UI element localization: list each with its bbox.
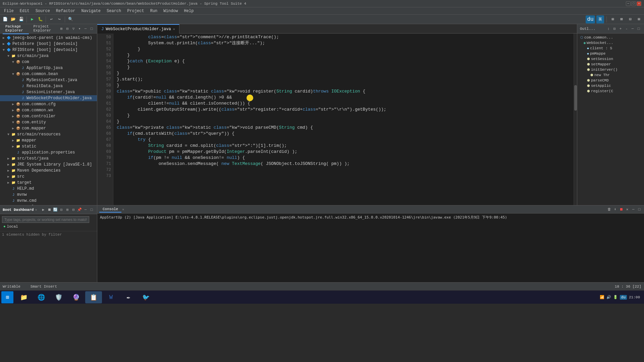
save-button[interactable]: 💾 [17,16,25,23]
code-content[interactable]: class=class="str">"comment">//e.printSta… [113,34,577,205]
outline-item[interactable]: ⬢ setMapper [577,62,644,67]
tree-item[interactable]: ▶ 📦 com.mapper [0,125,97,131]
boot-pin-icon[interactable]: 📌 [77,207,82,213]
close-button[interactable]: ✕ [637,1,641,6]
taskbar-shield[interactable]: 🛡️ [50,291,67,303]
tree-item[interactable]: J mvnw [0,192,97,198]
outline-maximize-icon[interactable]: □ [636,26,641,32]
outline-item[interactable]: ◆ client : S [577,46,644,51]
run-button[interactable]: ▶ [29,16,36,23]
boot-icon2[interactable]: ⏹ [47,207,52,213]
menu-source[interactable]: Source [33,8,53,14]
tree-item[interactable]: ▶ 📦 com.common.wx [0,107,97,113]
console-stop-icon[interactable]: ⏹ [619,207,624,212]
boot-icon6[interactable]: ⊟ [71,207,76,213]
tree-item[interactable]: ▼ 📁 src/main/java [0,53,97,59]
taskbar-app3[interactable]: ✒️ [120,291,137,303]
tree-item[interactable]: ▶ 📁 src/test/java [0,156,97,162]
ime-indicator[interactable]: du [620,295,627,300]
tree-item[interactable]: ▶ 📁 static [0,143,97,149]
tree-item[interactable]: ▶ 📁 mapper [0,137,97,143]
console-terminate-icon[interactable]: ✕ [625,207,630,212]
code-editor[interactable]: 5051525354555657585960616263646566676869… [97,34,577,205]
tree-item[interactable]: J application.properties [0,149,97,156]
editor-tab-websocket[interactable]: J WebSocketProductHolder.java ✕ [97,24,179,34]
outline-item[interactable]: ⬢ parseCMD [577,78,644,83]
tree-item[interactable]: ▼ 🔷 RFIDStore [boot] [devtools] [0,47,97,53]
icon-btn3[interactable]: ⊟ [627,16,634,23]
taskbar-file-explorer[interactable]: 📁 [15,291,32,303]
collapse-all-icon[interactable]: ⊞ [59,26,64,32]
tree-item[interactable]: ▶ 🔷 jeecg-boot-parent (in waimai-cms) [0,35,97,41]
console-clear-icon[interactable]: 🗑 [606,207,612,212]
taskbar-word[interactable]: W [103,291,119,303]
tree-item[interactable]: ▼ 📁 src/main/resources [0,131,97,137]
boot-icon3[interactable]: 🔄 [53,207,58,213]
boot-maximize-icon[interactable]: □ [89,207,94,213]
outline-item[interactable]: ◆ pmMappe [577,51,644,56]
open-button[interactable]: 📂 [9,16,17,23]
new-button[interactable]: 📄 [1,16,9,23]
tree-item[interactable]: J WebSocketProductHolder.java [0,95,97,101]
debug-button[interactable]: 🐛 [37,16,44,23]
maximize-button[interactable]: □ [631,1,636,6]
menu-refactor[interactable]: Refactor [53,8,78,14]
outline-item[interactable]: ⬢ register(C [577,88,644,94]
boot-icon4[interactable]: ⊡ [59,207,64,213]
tree-item[interactable]: J mvnw.cmd [0,198,97,204]
icon-btn4[interactable]: ⊞ [635,16,643,23]
boot-search-input[interactable] [2,216,89,223]
boot-icon5[interactable]: ⊞ [65,207,70,213]
tree-item[interactable]: J HELP.md [0,186,97,192]
view-menu-icon[interactable]: ▾ [77,26,82,32]
outline-filter-icon[interactable]: ⊡ [612,26,617,32]
console-scroll-icon[interactable]: ⬇ [612,207,618,212]
tree-item[interactable]: ▶ 📦 com.common.cfg [0,101,97,107]
icon-btn1[interactable]: ⊞ [609,16,616,23]
menu-window[interactable]: Window [161,8,180,14]
outline-item[interactable]: ⬡ com.common... [577,35,644,40]
outline-sort-icon[interactable]: ↕ [606,26,611,32]
tree-item[interactable]: ▼ 📦 com.entity [0,119,97,125]
tree-item[interactable]: ▶ 📁 JRE System Library [JavaSE-1.8] [0,162,97,168]
menu-help[interactable]: Help [181,8,197,14]
tab-close-button[interactable]: ✕ [173,27,175,31]
boot-icon1[interactable]: ▶ [41,207,46,213]
menu-search[interactable]: Search [104,8,124,14]
taskbar-browser[interactable]: 🌐 [33,291,50,303]
vertical-scrollbar[interactable] [574,34,577,205]
scroll-thumb[interactable] [574,85,577,111]
tree-item[interactable]: J pom.xml [0,204,97,205]
search-button[interactable]: 🔍 [67,16,74,23]
outline-expand-icon[interactable]: + [618,26,623,32]
tree-item[interactable]: ▼ 📦 com.common.bean [0,71,97,77]
tab-project-explorer[interactable]: Project Explorer [31,23,57,34]
taskbar-app1[interactable]: 🔮 [68,291,85,303]
minimize-panel-icon[interactable]: ─ [83,26,88,32]
console-tab[interactable]: Console [99,206,121,213]
outline-collapse-icon[interactable]: - [624,26,629,32]
minimize-button[interactable]: ─ [626,1,631,6]
outline-item[interactable]: ⬢ setSession [577,56,644,62]
outline-item[interactable]: ⬢ new Thr [577,72,644,78]
outline-item[interactable]: ⬢ setApplic [577,83,644,88]
link-icon[interactable]: ⊟ [65,26,70,32]
menu-run[interactable]: Run [148,8,160,14]
outline-minimize-icon[interactable]: ─ [630,26,635,32]
tree-item[interactable]: ▶ 🔷 PetsStore [boot] [devtools] [0,41,97,47]
tree-item[interactable]: ▼ 📦 com [0,59,97,65]
lang-btn[interactable]: 英 [596,15,604,23]
menu-edit[interactable]: Edit [17,8,32,14]
tree-item[interactable]: J AppStartUp.java [0,65,97,71]
tree-item[interactable]: J ResultData.java [0,83,97,89]
filter-icon[interactable]: ▽ [71,26,76,32]
menu-project[interactable]: Project [124,8,147,14]
undo-button[interactable]: ↩ [48,16,55,23]
taskbar-app2[interactable]: 📋 [85,291,102,303]
console-maximize-icon[interactable]: □ [637,207,642,212]
outline-item[interactable]: ⬢ initServer() [577,67,644,72]
start-button[interactable]: ⊞ [1,291,13,303]
tree-item[interactable]: ▶ 📁 target [0,180,97,186]
maximize-panel-icon[interactable]: □ [89,26,94,32]
menu-file[interactable]: File [1,8,16,14]
